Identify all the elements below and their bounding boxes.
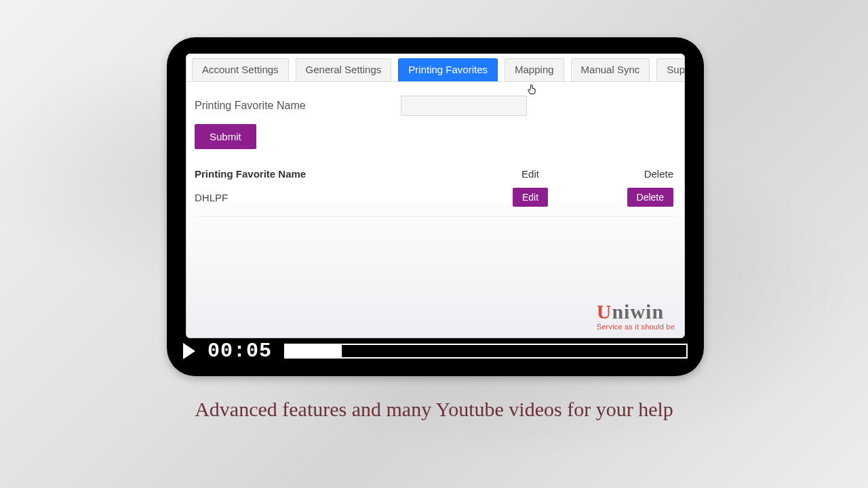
header-edit: Edit — [466, 168, 595, 180]
brand-logo-accent: U — [597, 300, 612, 323]
progress-fill — [285, 345, 342, 357]
form-row: Printing Favorite Name — [186, 82, 684, 120]
tab-bar: Account Settings General Settings Printi… — [186, 54, 684, 82]
submit-row: Submit — [186, 120, 684, 161]
brand-logo: Uniwin Service as it should be — [597, 302, 675, 331]
tab-account-settings[interactable]: Account Settings — [192, 58, 289, 81]
header-name: Printing Favorite Name — [195, 168, 466, 180]
play-icon[interactable] — [183, 343, 195, 359]
printing-favorite-name-label: Printing Favorite Name — [195, 100, 306, 112]
submit-button[interactable]: Submit — [195, 124, 256, 149]
row-name: DHLPF — [195, 192, 466, 203]
favorites-table: Printing Favorite Name Edit Delete DHLPF… — [186, 161, 684, 217]
brand-tagline: Service as it should be — [597, 323, 675, 331]
header-delete: Delete — [595, 168, 676, 180]
video-time: 00:05 — [208, 340, 272, 363]
tab-general-settings[interactable]: General Settings — [296, 58, 392, 81]
app-screen: Account Settings General Settings Printi… — [186, 54, 685, 338]
table-row: DHLPF Edit Delete — [195, 184, 676, 217]
tab-support[interactable]: Support — [656, 58, 685, 81]
promo-caption: Advanced features and many Youtube video… — [0, 393, 868, 426]
edit-button[interactable]: Edit — [513, 188, 548, 207]
delete-button[interactable]: Delete — [627, 188, 673, 207]
tab-printing-favorites[interactable]: Printing Favorites — [398, 58, 498, 81]
table-header-row: Printing Favorite Name Edit Delete — [195, 164, 676, 184]
brand-logo-rest: niwin — [612, 300, 664, 323]
printing-favorite-name-input[interactable] — [401, 96, 527, 116]
progress-track[interactable] — [284, 344, 688, 359]
tab-mapping[interactable]: Mapping — [505, 58, 564, 81]
brand-logo-text: Uniwin — [597, 302, 675, 322]
video-controls: 00:05 — [183, 337, 688, 365]
tab-manual-sync[interactable]: Manual Sync — [571, 58, 650, 81]
video-device-frame: Account Settings General Settings Printi… — [167, 37, 704, 376]
